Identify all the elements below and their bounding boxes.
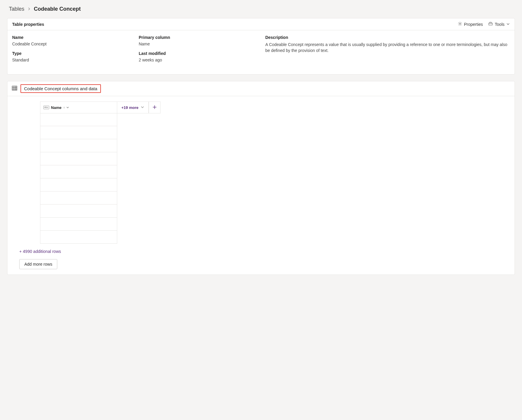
add-more-rows-button[interactable]: Add more rows	[19, 259, 57, 269]
chevron-down-icon	[66, 105, 69, 110]
prop-type-value: Standard	[12, 58, 131, 62]
columns-and-data-card: Codeable Concept columns and data Abc Na…	[7, 81, 515, 275]
table-row[interactable]	[40, 218, 117, 231]
table-row[interactable]	[40, 139, 117, 152]
table-row[interactable]	[40, 126, 117, 139]
sort-ascending-icon: ↑	[63, 106, 65, 109]
plus-icon	[153, 105, 157, 110]
tools-button[interactable]: Tools	[488, 21, 510, 27]
prop-name-label: Name	[12, 35, 131, 40]
breadcrumb-root[interactable]: Tables	[9, 6, 24, 12]
column-header-label: Name	[51, 105, 61, 110]
prop-primary-column-label: Primary column	[139, 35, 258, 40]
chevron-down-icon	[506, 22, 510, 27]
properties-button[interactable]: Properties	[458, 21, 483, 27]
prop-description-label: Description	[265, 35, 510, 40]
breadcrumb: Tables Codeable Concept	[7, 4, 515, 18]
additional-rows-link[interactable]: + 4990 additional rows	[19, 249, 509, 254]
table-row[interactable]	[40, 178, 117, 191]
table-row[interactable]	[40, 165, 117, 178]
toolbox-icon	[488, 21, 493, 27]
table-row[interactable]	[40, 191, 117, 205]
prop-primary-column-value: Name	[139, 42, 258, 46]
properties-button-label: Properties	[464, 22, 483, 27]
table-icon	[12, 85, 18, 92]
svg-rect-2	[12, 86, 17, 90]
add-column-button[interactable]	[149, 102, 161, 113]
chevron-right-icon	[27, 6, 31, 12]
prop-type-label: Type	[12, 51, 131, 56]
tools-button-label: Tools	[495, 22, 504, 27]
table-properties-title: Table properties	[12, 22, 44, 27]
more-columns-label: +19 more	[121, 105, 138, 110]
svg-rect-1	[489, 23, 492, 25]
more-columns-button[interactable]: +19 more	[117, 102, 149, 113]
prop-name-value: Codeable Concept	[12, 42, 131, 46]
gear-icon	[458, 21, 462, 27]
breadcrumb-current: Codeable Concept	[34, 6, 81, 12]
prop-last-modified-value: 2 weeks ago	[139, 58, 258, 62]
chevron-down-icon	[141, 105, 144, 110]
prop-last-modified-label: Last modified	[139, 51, 258, 56]
column-header-name[interactable]: Abc Name ↑	[40, 102, 117, 113]
text-type-icon: Abc	[43, 106, 49, 109]
table-row[interactable]	[40, 152, 117, 165]
table-row[interactable]	[40, 231, 117, 244]
prop-description-value: A Codeable Concept represents a value th…	[265, 42, 510, 54]
table-properties-card: Table properties Properties Tools	[7, 18, 515, 75]
columns-panel-title: Codeable Concept columns and data	[20, 84, 101, 93]
svg-point-0	[459, 23, 460, 24]
table-row[interactable]	[40, 205, 117, 218]
table-row[interactable]	[40, 113, 117, 126]
